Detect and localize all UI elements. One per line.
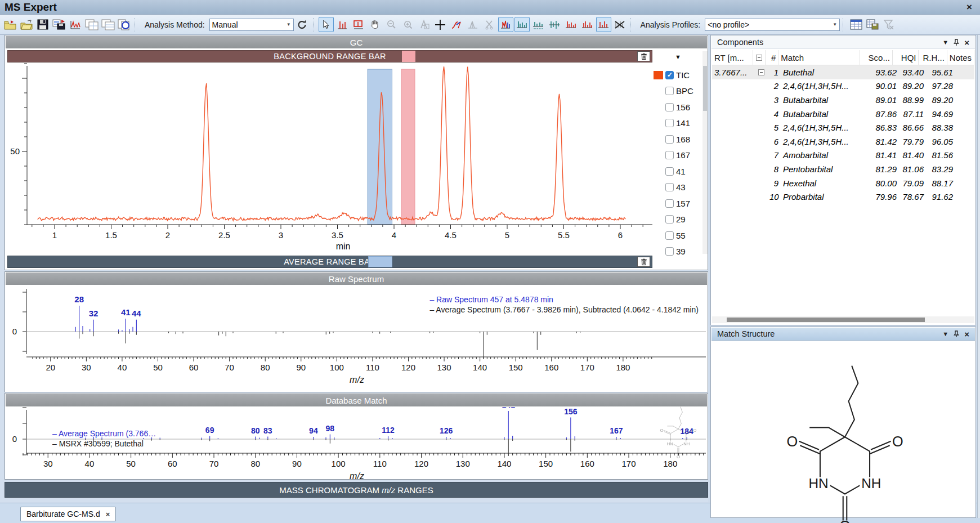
spectrum-red-3-button[interactable] <box>596 17 611 32</box>
background-range-delete-button[interactable] <box>637 51 650 61</box>
component-row[interactable]: 4Butabarbital87.8687.1194.69 <box>712 107 974 121</box>
peak-select-tool-button[interactable] <box>335 17 350 32</box>
legend-dropdown-icon[interactable]: ▼ <box>675 53 681 60</box>
trace-checkbox[interactable] <box>665 231 674 240</box>
spectra-mirror-button[interactable] <box>547 17 562 32</box>
component-row[interactable]: 52,4,6(1H,3H,5H...86.8386.6688.38 <box>712 120 974 135</box>
spectra-stack-button[interactable] <box>514 17 530 32</box>
component-row[interactable]: 3.7667...1Butethal93.6293.4095.61 <box>712 65 974 79</box>
background-range-bar[interactable]: BACKGROUND RANGE BAR <box>7 50 652 62</box>
component-row[interactable]: 62,4,6(1H,3H,5H...81.4279.7996.05 <box>712 135 974 149</box>
tab-close-icon[interactable]: × <box>106 510 110 518</box>
average-range-delete-button[interactable] <box>637 257 650 267</box>
pan-tool-button[interactable] <box>368 17 383 32</box>
average-range-bar[interactable]: AVERAGE RANGE BAR <box>7 256 652 268</box>
panel-menu-icon[interactable]: ▼ <box>942 39 948 46</box>
trace-checkbox[interactable] <box>665 71 674 79</box>
trace-checkbox[interactable] <box>665 215 674 223</box>
spectrum-red-2-button[interactable] <box>580 17 595 32</box>
zoom-out-tool-button[interactable] <box>384 17 399 32</box>
components-hscrollbar[interactable] <box>712 316 974 323</box>
legend-item-55[interactable]: 55 <box>654 227 701 244</box>
open-button[interactable] <box>19 17 34 32</box>
spectrum-red-1-button[interactable] <box>563 17 579 32</box>
window-close-button[interactable]: × <box>963 2 975 13</box>
panel-close-icon[interactable]: × <box>964 38 969 47</box>
chromatogram-report-button[interactable] <box>68 17 83 32</box>
zoom-auto-tool-button[interactable] <box>417 17 432 32</box>
trace-checkbox[interactable] <box>665 247 674 256</box>
analysis-profiles-select[interactable]: <no profile> ▼ <box>705 19 840 31</box>
component-row[interactable]: 10Probarbital79.9678.6791.62 <box>712 190 974 204</box>
range-select-tool-button[interactable] <box>351 17 366 32</box>
legend-item-BPC[interactable]: BPC <box>654 83 701 100</box>
refresh-button[interactable] <box>295 17 310 32</box>
col-notes[interactable]: Notes <box>947 50 974 65</box>
save-button[interactable] <box>35 17 50 32</box>
trace-checkbox[interactable] <box>665 103 674 111</box>
component-row[interactable]: 7Amobarbital81.4181.4081.56 <box>712 149 974 163</box>
file-tab[interactable]: Barbiturate GC-MS.d × <box>20 507 116 521</box>
crosshair-tool-button[interactable] <box>433 17 448 32</box>
component-row[interactable]: 9Hexethal80.0079.0988.17 <box>712 176 974 190</box>
col-score[interactable]: Sco... <box>860 50 893 65</box>
legend-item-157[interactable]: 157 <box>654 195 701 212</box>
gc-chromatogram-plot[interactable]: 5011.522.533.544.555.56min <box>6 62 654 255</box>
collapse-toggle[interactable] <box>758 69 764 75</box>
legend-item-41[interactable]: 41 <box>654 163 701 180</box>
peak-integrate-tool-button[interactable] <box>466 17 481 32</box>
component-row[interactable]: 22,4,6(1H,3H,5H...90.0189.2097.28 <box>712 79 974 93</box>
trace-checkbox[interactable] <box>665 119 674 127</box>
analysis-method-select[interactable]: Manual ▼ <box>209 19 294 31</box>
col-hqi[interactable]: HQI <box>893 50 919 65</box>
pin-icon[interactable] <box>954 39 959 46</box>
col-rhqi[interactable]: R.H... <box>919 50 947 65</box>
spectrum-select-tool-button[interactable] <box>498 17 513 32</box>
trace-checkbox[interactable] <box>665 167 674 176</box>
legend-item-167[interactable]: 167 <box>654 147 701 164</box>
window-scrollbar[interactable] <box>977 35 980 518</box>
subtracted-range-marker[interactable] <box>402 51 415 62</box>
legend-item-156[interactable]: 156 <box>654 99 701 115</box>
export-table-button[interactable] <box>865 17 880 32</box>
filter-clear-button[interactable] <box>881 17 896 32</box>
pin-icon[interactable] <box>954 330 959 338</box>
zoom-window-tool-button[interactable] <box>400 17 415 32</box>
baseline-tool-button[interactable] <box>449 17 464 32</box>
components-table-header[interactable]: RT [m... # Match Sco... HQI R.H... Notes <box>712 50 974 65</box>
panel-menu-icon[interactable]: ▼ <box>942 330 948 337</box>
legend-item-43[interactable]: 43 <box>654 180 701 196</box>
panel-close-icon[interactable]: × <box>964 329 969 339</box>
legend-item-168[interactable]: 168 <box>654 131 701 147</box>
component-row[interactable]: 3Butabarbital89.0188.9989.20 <box>712 93 974 107</box>
col-rt[interactable]: RT [m... <box>712 50 753 65</box>
col-collapse[interactable] <box>753 50 766 65</box>
legend-scrollbar[interactable] <box>702 51 708 254</box>
tile-layout-2-button[interactable] <box>100 17 115 32</box>
tile-layout-button[interactable] <box>84 17 99 32</box>
col-match[interactable]: Match <box>778 50 860 65</box>
col-num[interactable]: # <box>766 50 778 65</box>
component-row[interactable]: 8Pentobarbital81.2981.0683.29 <box>712 162 974 176</box>
select-tool-button[interactable] <box>319 17 334 32</box>
trace-checkbox[interactable] <box>665 199 674 208</box>
import-method-button[interactable] <box>2 17 17 32</box>
legend-scrollbar-thumb[interactable] <box>703 66 707 111</box>
save-as-button[interactable] <box>51 17 66 32</box>
trace-checkbox[interactable] <box>665 135 674 144</box>
clear-spectra-button[interactable] <box>612 17 628 32</box>
legend-item-TIC[interactable]: TIC <box>654 67 701 83</box>
components-hscrollbar-thumb[interactable] <box>727 318 925 322</box>
legend-item-29[interactable]: 29 <box>654 212 701 228</box>
copy-image-button[interactable] <box>117 17 132 32</box>
legend-item-141[interactable]: 141 <box>654 115 701 132</box>
trace-checkbox[interactable] <box>665 87 674 95</box>
average-range-marker[interactable] <box>368 256 392 267</box>
trace-checkbox[interactable] <box>665 151 674 159</box>
spectra-overlay-button[interactable] <box>531 17 546 32</box>
legend-item-39[interactable]: 39 <box>654 244 701 256</box>
trace-checkbox[interactable] <box>665 183 674 191</box>
results-table-button[interactable] <box>848 17 863 32</box>
cut-tool-button[interactable] <box>482 17 497 32</box>
mass-chromatogram-ranges-bar[interactable]: MASS CHROMATOGRAM m/z RANGES <box>5 482 708 498</box>
